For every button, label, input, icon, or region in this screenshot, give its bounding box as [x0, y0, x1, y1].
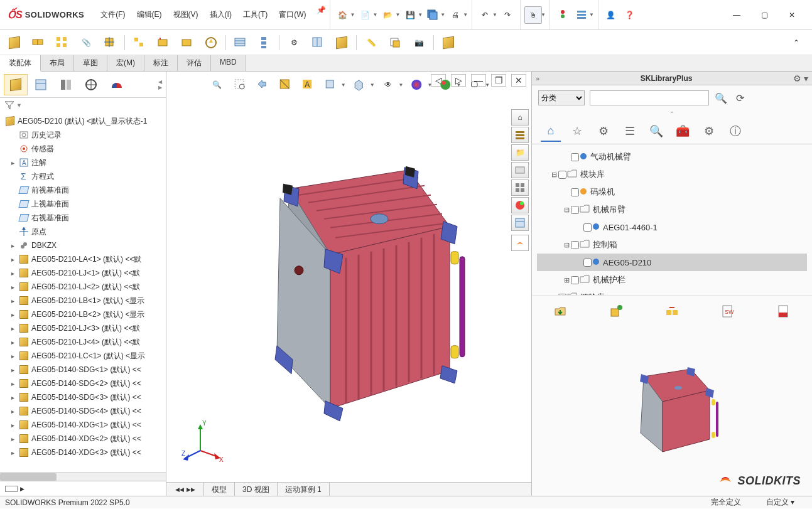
tree-caret-icon[interactable]: ▸	[9, 242, 16, 249]
dropdown-caret-icon[interactable]: ▼	[399, 82, 404, 88]
tree-caret-icon[interactable]: ▸	[9, 159, 16, 166]
tree-checkbox[interactable]	[571, 188, 579, 196]
tree-caret-icon[interactable]: ▸	[9, 297, 16, 304]
tree-checkbox[interactable]	[571, 241, 579, 249]
redo-button[interactable]: ↷	[499, 6, 516, 24]
dropdown-caret-icon[interactable]: ▼	[463, 12, 468, 18]
open-button[interactable]: 📂	[379, 6, 396, 24]
search-icon[interactable]: 🔍	[714, 91, 728, 105]
options-button[interactable]	[573, 6, 590, 24]
collapse-ribbon-button[interactable]: ⌃	[786, 38, 807, 47]
tree-row[interactable]: Σ方程式	[0, 169, 166, 183]
menu-window[interactable]: 窗口(W)	[274, 6, 311, 24]
dropdown-caret-icon[interactable]: ▼	[492, 12, 497, 18]
tree-caret-icon[interactable]: ▸	[9, 367, 16, 373]
lib-tab-config[interactable]: ⚙	[593, 122, 614, 142]
undo-button[interactable]: ↶	[476, 6, 494, 24]
tree-row[interactable]: 传感器	[0, 142, 166, 156]
tree-row[interactable]: ▸AEG05-D210-LJ<3> (默认) <<默	[0, 321, 166, 335]
tree-row[interactable]: ▸AEG05-D140-XDG<1> (默认) <<	[0, 418, 166, 432]
previous-view-button[interactable]	[253, 75, 272, 94]
tree-caret-icon[interactable]: ▸	[9, 380, 16, 387]
minimize-button[interactable]: —	[725, 6, 748, 24]
bom-button[interactable]	[231, 33, 250, 52]
dropdown-caret-icon[interactable]: ▼	[370, 82, 375, 88]
library-tree-row[interactable]: ⊟控制箱	[537, 236, 807, 254]
dropdown-caret-icon[interactable]: ▼	[485, 82, 490, 88]
custom-props-button[interactable]	[511, 215, 529, 231]
exploded-view-button[interactable]	[255, 33, 274, 52]
home-button[interactable]: 🏠	[334, 6, 352, 24]
tree-row[interactable]: ▸AEG05-D140-SDG<4> (默认) <<	[0, 404, 166, 418]
tree-caret-icon[interactable]: ▸	[9, 339, 16, 346]
print-button[interactable]: 🖨	[447, 6, 464, 24]
library-tree-row[interactable]: 码垛机	[537, 183, 807, 201]
tree-row[interactable]: ▸AEG05-D210-LB<1> (默认) <显示	[0, 294, 166, 308]
view-palette-button[interactable]	[511, 179, 529, 196]
refresh-icon[interactable]: ⟳	[733, 91, 747, 105]
file-explorer-button[interactable]	[511, 162, 529, 178]
tree-caret-icon[interactable]: ▸	[9, 394, 16, 401]
tree-checkbox[interactable]	[571, 153, 579, 161]
tree-root[interactable]: AEG05-D210 (默认) <默认_显示状态-1	[0, 114, 166, 128]
assembly-features-button[interactable]	[154, 33, 173, 52]
horizontal-scrollbar[interactable]	[0, 472, 166, 481]
tree-row[interactable]: ▸AEG05-D210-LC<1> (默认) <显示	[0, 349, 166, 363]
tree-checkbox[interactable]	[558, 171, 566, 179]
library-tree-row[interactable]: 气动机械臂	[537, 148, 807, 166]
tree-checkbox[interactable]	[583, 259, 592, 267]
doc-maximize-button[interactable]: ❐	[491, 74, 506, 87]
snapshot-button[interactable]: 📷	[409, 33, 428, 52]
save-button[interactable]: 💾	[401, 6, 419, 24]
dimxpert-tab[interactable]	[79, 74, 103, 95]
hide-show-button[interactable]: 👁	[379, 75, 398, 94]
insert-part-button[interactable]	[606, 301, 626, 321]
dynamic-annotation-button[interactable]: A	[298, 75, 317, 94]
dropdown-caret-icon[interactable]: ▼	[16, 102, 22, 109]
library-tree-row[interactable]: ⊞链轮库	[537, 289, 807, 295]
instant3d-button[interactable]	[308, 33, 327, 52]
tree-caret-icon[interactable]: ▸	[9, 353, 16, 360]
tree-row[interactable]: ▸AEG05-D140-XDG<3> (默认) <<	[0, 446, 166, 459]
library-tree-row[interactable]: ⊞机械护栏	[537, 271, 807, 289]
tab-scroll-right[interactable]: ▶▶	[187, 486, 195, 493]
doc-close-button[interactable]: ✕	[511, 74, 526, 87]
lib-tab-home[interactable]: ⌂	[541, 122, 561, 142]
tree-row[interactable]: 右视基准面	[0, 211, 166, 225]
tab-layout[interactable]: 布局	[41, 55, 74, 71]
lib-tab-settings[interactable]: ⚙	[699, 122, 719, 142]
appearances-pane-button[interactable]	[511, 197, 529, 213]
tab-mbd[interactable]: MBD	[211, 55, 246, 71]
tree-row[interactable]: ▸AEG05-D140-SDG<1> (默认) <<	[0, 363, 166, 377]
lib-tab-info[interactable]: ⓘ	[725, 122, 745, 142]
menu-edit[interactable]: 编辑(E)	[132, 6, 167, 24]
dropdown-caret-icon[interactable]: ▼	[372, 12, 377, 18]
library-tree-row[interactable]: AEG01-4460-1	[537, 218, 807, 236]
dropdown-caret-icon[interactable]: ▼	[418, 12, 423, 18]
scroll-left-icon[interactable]: ◀	[158, 79, 162, 85]
apply-scene-button[interactable]	[436, 75, 455, 94]
close-button[interactable]: ✕	[781, 6, 803, 24]
home-pane-button[interactable]: ⌂	[511, 109, 529, 126]
dropdown-caret-icon[interactable]: ▼	[440, 12, 445, 18]
edit-appearance-button[interactable]	[408, 75, 426, 94]
library-tree-row[interactable]: ⊟机械吊臂	[537, 201, 807, 218]
tab-sketch[interactable]: 草图	[74, 55, 107, 71]
dropdown-caret-icon[interactable]: ▼	[395, 12, 400, 18]
config-manager-tab[interactable]	[54, 74, 78, 95]
maximize-button[interactable]: ▢	[753, 6, 776, 24]
tree-checkbox[interactable]	[571, 276, 579, 284]
tree-row[interactable]: ▸DBKZX	[0, 238, 166, 252]
filter-type-select[interactable]: 分类	[538, 90, 585, 105]
tab-assembly[interactable]: 装配体	[0, 55, 41, 72]
export-sw-button[interactable]: SW	[718, 301, 738, 321]
dropdown-caret-icon[interactable]: ▼	[350, 12, 355, 18]
measure-button[interactable]: 📏	[362, 33, 381, 52]
interference-button[interactable]	[386, 33, 404, 52]
feature-tree-tab[interactable]	[4, 74, 28, 95]
tree-caret-icon[interactable]: ▸	[9, 408, 16, 415]
tree-row[interactable]: ▸AEG05-D140-SDG<3> (默认) <<	[0, 390, 166, 404]
lib-tab-search[interactable]: 🔍	[646, 122, 666, 142]
tree-row[interactable]: ▸AEG05-D210-LJ<2> (默认) <<默	[0, 280, 166, 294]
scroll-right-icon[interactable]: ▶	[158, 85, 162, 90]
